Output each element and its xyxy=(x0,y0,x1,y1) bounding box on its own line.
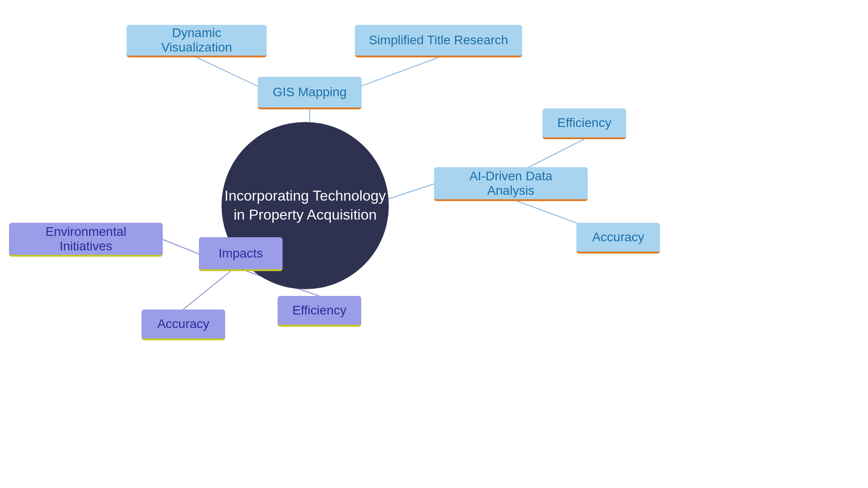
accuracy-bottom-label: Accuracy xyxy=(157,317,209,331)
center-label: Incorporating Technology in Property Acq… xyxy=(222,187,389,224)
dynamic-visualization-label: Dynamic Visualization xyxy=(137,26,256,55)
svg-line-8 xyxy=(183,271,231,310)
environmental-initiatives-node[interactable]: Environmental Initiatives xyxy=(9,223,163,257)
efficiency-right-node[interactable]: Efficiency xyxy=(542,108,626,139)
gis-mapping-label: GIS Mapping xyxy=(273,85,346,99)
environmental-initiatives-label: Environmental Initiatives xyxy=(20,225,152,253)
accuracy-right-label: Accuracy xyxy=(592,230,644,244)
svg-line-3 xyxy=(389,184,434,199)
efficiency-right-label: Efficiency xyxy=(557,116,611,130)
impacts-label: Impacts xyxy=(218,246,263,261)
ai-driven-node[interactable]: AI-Driven Data Analysis xyxy=(434,167,588,201)
accuracy-right-node[interactable]: Accuracy xyxy=(576,223,660,253)
simplified-title-node[interactable]: Simplified Title Research xyxy=(355,25,522,57)
ai-driven-label: AI-Driven Data Analysis xyxy=(445,169,577,198)
svg-line-7 xyxy=(163,239,199,254)
accuracy-bottom-node[interactable]: Accuracy xyxy=(142,310,225,340)
efficiency-bottom-node[interactable]: Efficiency xyxy=(278,296,361,327)
efficiency-bottom-label: Efficiency xyxy=(292,303,346,318)
impacts-node[interactable]: Impacts xyxy=(199,237,283,271)
simplified-title-label: Simplified Title Research xyxy=(369,33,508,47)
gis-mapping-node[interactable]: GIS Mapping xyxy=(258,77,362,109)
dynamic-visualization-node[interactable]: Dynamic Visualization xyxy=(127,25,267,57)
